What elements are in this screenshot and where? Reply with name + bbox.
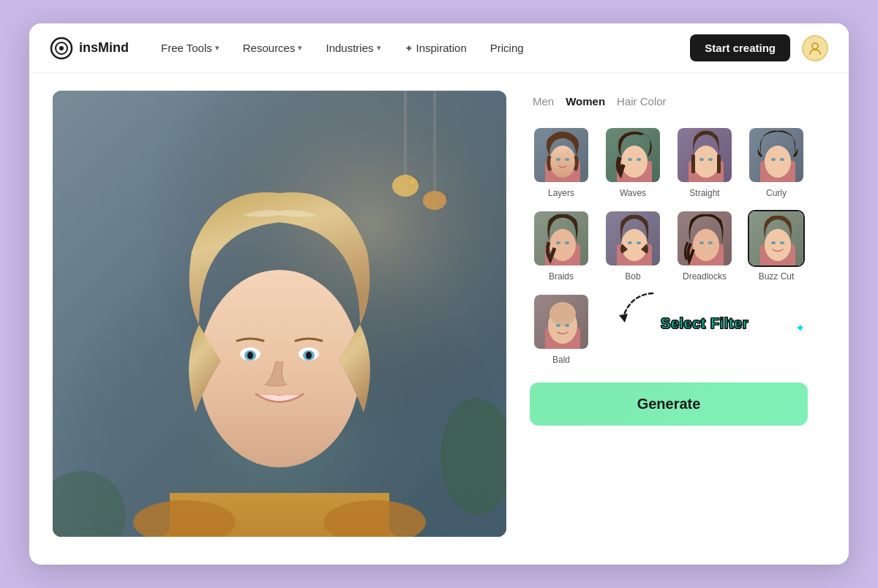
logo-icon — [50, 37, 73, 60]
svg-point-2 — [59, 46, 64, 50]
hairstyle-thumb-bald — [533, 293, 590, 350]
start-creating-button[interactable]: Start creating — [690, 34, 790, 61]
nav-free-tools[interactable]: Free Tools ▾ — [152, 36, 228, 60]
svg-rect-42 — [717, 154, 721, 173]
svg-rect-41 — [691, 154, 695, 173]
nav-inspiration[interactable]: ✦ Inspiration — [396, 36, 476, 60]
navbar: insMind Free Tools ▾ Resources ▾ Industr… — [29, 23, 849, 73]
svg-rect-9 — [433, 91, 436, 193]
svg-point-40 — [693, 146, 719, 178]
hair-tabs: Men Women Hair Color — [530, 91, 808, 113]
svg-point-53 — [556, 241, 560, 244]
hairstyle-straight[interactable]: Straight — [673, 127, 736, 198]
side-panel: Men Women Hair Color — [530, 91, 808, 537]
svg-point-43 — [699, 158, 704, 161]
hairstyle-thumb-layers — [533, 127, 590, 184]
svg-point-3 — [812, 43, 818, 49]
hairstyle-grid-row2: Braids — [530, 210, 808, 282]
svg-point-13 — [423, 191, 446, 210]
select-filter-text: Select Filter — [661, 315, 748, 332]
chevron-down-icon: ▾ — [298, 43, 302, 53]
svg-point-64 — [708, 241, 713, 244]
hairstyle-curly[interactable]: Curly — [745, 127, 808, 198]
svg-point-11 — [392, 175, 419, 197]
nav-resources[interactable]: Resources ▾ — [234, 36, 312, 60]
logo[interactable]: insMind — [50, 37, 129, 60]
hairstyle-thumb-braids — [533, 210, 590, 267]
hairstyle-label-bob: Bob — [625, 271, 640, 282]
hairstyle-bob[interactable]: Bob — [601, 210, 664, 282]
svg-point-58 — [628, 241, 632, 244]
svg-point-74 — [556, 324, 560, 327]
hairstyle-thumb-curly — [748, 127, 805, 184]
svg-point-25 — [306, 352, 312, 359]
hairstyle-grid-row1: Layers — [530, 127, 808, 198]
svg-point-37 — [637, 158, 641, 161]
logo-text: insMind — [79, 40, 129, 56]
hairstyle-thumb-bob — [604, 210, 661, 267]
svg-marker-76 — [619, 314, 628, 323]
user-icon — [808, 41, 822, 56]
svg-point-68 — [771, 241, 776, 244]
svg-point-32 — [565, 158, 569, 161]
hairstyle-thumb-straight — [676, 127, 733, 184]
svg-point-30 — [549, 146, 576, 178]
hairstyle-thumb-buzzcut — [748, 210, 805, 267]
svg-point-67 — [765, 229, 791, 261]
svg-point-75 — [565, 324, 569, 327]
svg-rect-8 — [404, 91, 407, 178]
photo-panel — [53, 91, 506, 537]
hairstyle-label-curly: Curly — [766, 188, 787, 198]
hairstyle-braids[interactable]: Braids — [530, 210, 593, 282]
hairstyle-label-buzzcut: Buzz Cut — [759, 271, 795, 282]
svg-point-69 — [780, 241, 784, 244]
sparkle-nav-icon: ✦ — [405, 42, 413, 54]
hairstyle-label-waves: Waves — [620, 188, 646, 198]
tab-men[interactable]: Men — [530, 91, 557, 113]
sparkle-annotation-icon: ✦ — [795, 321, 805, 335]
svg-point-24 — [247, 352, 253, 359]
svg-point-36 — [628, 158, 632, 161]
hairstyle-waves[interactable]: Waves — [601, 127, 664, 198]
svg-point-59 — [637, 241, 641, 244]
svg-point-47 — [765, 146, 791, 178]
hairstyle-buzzcut[interactable]: Buzz Cut — [745, 210, 808, 282]
tab-hair-color[interactable]: Hair Color — [614, 91, 669, 113]
svg-point-63 — [699, 241, 704, 244]
hairstyle-bald[interactable]: Bald — [530, 293, 593, 365]
app-window: insMind Free Tools ▾ Resources ▾ Industr… — [29, 23, 849, 565]
hairstyle-label-braids: Braids — [549, 271, 574, 282]
nav-industries[interactable]: Industries ▾ — [317, 36, 389, 60]
svg-point-31 — [556, 158, 560, 161]
svg-point-54 — [565, 241, 569, 244]
svg-point-57 — [621, 229, 648, 261]
hairstyle-grid-row3: Bald Select Filter ✦ — [530, 293, 808, 365]
hairstyle-label-bald: Bald — [552, 355, 570, 365]
hairstyle-thumb-waves — [604, 127, 661, 184]
chevron-down-icon: ▾ — [215, 43, 220, 53]
svg-point-73 — [549, 302, 576, 325]
photo-illustration — [53, 91, 506, 537]
svg-point-49 — [780, 158, 784, 161]
hairstyle-label-straight: Straight — [689, 188, 719, 198]
nav-pricing[interactable]: Pricing — [481, 36, 533, 60]
hairstyle-label-layers: Layers — [548, 188, 574, 198]
generate-button[interactable]: Generate — [530, 382, 808, 426]
chevron-down-icon: ▾ — [377, 43, 381, 53]
hairstyle-layers[interactable]: Layers — [530, 127, 593, 198]
hairstyle-thumb-dreadlocks — [676, 210, 733, 267]
user-avatar-button[interactable] — [802, 35, 828, 61]
svg-point-35 — [621, 146, 648, 178]
hairstyle-dreadlocks[interactable]: Dreadlocks — [673, 210, 736, 282]
svg-point-48 — [771, 158, 776, 161]
select-filter-annotation: Select Filter ✦ — [601, 293, 808, 332]
svg-point-44 — [708, 158, 713, 161]
dashed-arrow-icon — [609, 287, 667, 331]
svg-point-62 — [693, 229, 719, 261]
tab-women[interactable]: Women — [563, 91, 608, 113]
svg-point-52 — [549, 229, 576, 261]
main-content: Men Women Hair Color — [29, 73, 849, 554]
hairstyle-label-dreadlocks: Dreadlocks — [683, 271, 727, 282]
